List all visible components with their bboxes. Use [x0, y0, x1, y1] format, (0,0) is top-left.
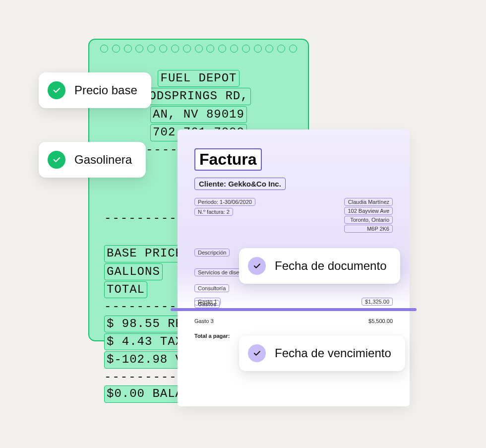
chip-label: Fecha de vencimiento: [275, 346, 391, 360]
chip-label: Precio base: [74, 83, 137, 97]
invoice-expense-1: Gasto 1: [194, 298, 221, 306]
chip-label: Gasolinera: [74, 153, 132, 167]
receipt-address-line2: AN, NV 89019: [150, 106, 247, 123]
invoice-contact-address: 102 Bayview Ave: [344, 207, 393, 215]
invoice-expense-1-amount: $1,325.00: [362, 298, 393, 306]
invoice-row-consulting: Consultoría: [194, 284, 229, 292]
receipt-perforation: [100, 45, 297, 53]
receipt-address-line1: ODSPRINGS RD,: [146, 88, 250, 105]
receipt-line-tax: $ 4.43 TAX: [104, 333, 185, 350]
check-icon: [48, 81, 65, 99]
feature-chip-fecha-vencimiento: Fecha de vencimiento: [239, 335, 405, 371]
invoice-expense-3-amount: $5,500.00: [368, 318, 393, 324]
invoice-col-description: Descripción: [194, 249, 230, 256]
invoice-contact-city: Toronto, Ontario: [344, 216, 393, 224]
check-icon: [248, 344, 266, 362]
feature-chip-precio-base: Precio base: [39, 72, 151, 108]
invoice-contact-postal: M6P 2K6: [344, 225, 393, 233]
receipt-gallons-label: GALLONS: [104, 263, 163, 280]
check-icon: [248, 257, 266, 275]
invoice-expense-3: Gasto 3: [194, 318, 214, 324]
receipt-total-label: TOTAL: [104, 281, 147, 298]
invoice-title: Factura: [194, 148, 262, 171]
invoice-client: Cliente: Gekko&Co Inc.: [194, 178, 286, 190]
feature-chip-gasolinera: Gasolinera: [39, 142, 146, 178]
invoice-scan-progress-bar: [171, 308, 417, 311]
invoice-contact-name: Claudia Martínez: [344, 198, 393, 206]
receipt-base-price-label: BASE PRICE: [104, 245, 185, 262]
chip-label: Fecha de documento: [275, 259, 386, 273]
invoice-period: Periodo: 1-30/06/2020: [194, 198, 255, 206]
invoice-number: N.º factura: 2: [194, 208, 233, 216]
check-icon: [48, 151, 65, 169]
receipt-merchant-name: FUEL DEPOT: [158, 70, 239, 87]
feature-chip-fecha-documento: Fecha de documento: [239, 248, 400, 284]
